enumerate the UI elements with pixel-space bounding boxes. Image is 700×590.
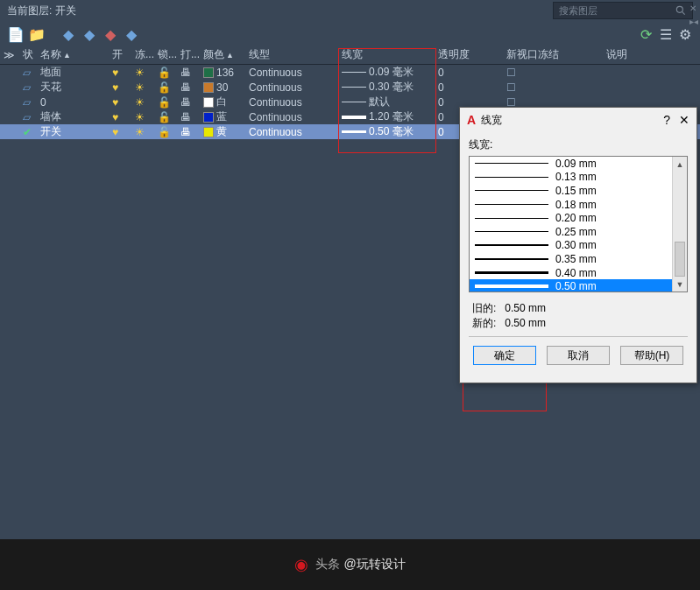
layer-linetype[interactable]: Continuous: [245, 126, 338, 138]
lock-icon[interactable]: 🔓: [158, 96, 171, 109]
bulb-on-icon[interactable]: ♥: [112, 96, 118, 109]
header-on[interactable]: 开: [109, 47, 131, 62]
plot-icon[interactable]: 🖶: [180, 96, 191, 109]
header-newvp[interactable]: 新视口冻结: [503, 47, 566, 62]
scroll-thumb[interactable]: [675, 242, 685, 277]
layer-row[interactable]: ▱天花♥☀🔓🖶30Continuous0.30 毫米0☐: [0, 80, 700, 95]
layer-color[interactable]: 136: [200, 67, 245, 79]
header-plot[interactable]: 打...: [177, 47, 200, 62]
set-current-button[interactable]: ◆: [126, 26, 140, 40]
lineweight-option[interactable]: 0.35 mm: [470, 252, 672, 266]
new-layer-button[interactable]: ◆: [63, 26, 77, 40]
scroll-up-icon[interactable]: ▲: [673, 157, 687, 172]
header-status[interactable]: 状: [19, 47, 37, 62]
lineweight-option[interactable]: 0.09 mm: [470, 157, 672, 171]
current-layer-prefix: 当前图层:: [7, 4, 52, 18]
layer-linetype[interactable]: Continuous: [245, 67, 338, 79]
header-linetype[interactable]: 线型: [245, 47, 338, 62]
settings-icon[interactable]: ⚙: [679, 26, 693, 40]
layer-linetype[interactable]: Continuous: [245, 111, 338, 123]
lineweight-option[interactable]: 0.18 mm: [470, 198, 672, 212]
cancel-button[interactable]: 取消: [547, 346, 610, 365]
delete-layer-button[interactable]: ◆: [105, 26, 119, 40]
layer-transparency[interactable]: 0: [435, 81, 503, 94]
header-freeze[interactable]: 冻...: [131, 47, 154, 62]
lineweight-option[interactable]: 0.25 mm: [470, 225, 672, 239]
header-name[interactable]: 名称▲: [37, 47, 109, 62]
collapse-panel-icon[interactable]: ▸◂: [689, 17, 698, 26]
layer-lineweight[interactable]: 默认: [338, 95, 435, 109]
sun-icon[interactable]: ☀: [135, 67, 145, 79]
sun-icon[interactable]: ☀: [135, 111, 145, 123]
layer-color[interactable]: 白: [200, 95, 245, 109]
header-lock[interactable]: 锁...: [154, 47, 177, 62]
new-layer-icon[interactable]: 📄: [7, 26, 21, 40]
footer: ◉ 头条 @玩转设计: [0, 539, 700, 590]
layer-color[interactable]: 30: [200, 81, 245, 94]
layer-color[interactable]: 蓝: [200, 109, 245, 124]
vp-freeze-icon[interactable]: ☐: [506, 81, 516, 94]
expand-toggle[interactable]: ≫: [0, 49, 19, 61]
new-label: 新的:: [472, 317, 496, 329]
bulb-on-icon[interactable]: ♥: [112, 111, 118, 123]
layer-icon: ▱: [23, 111, 31, 123]
lock-icon[interactable]: 🔓: [158, 126, 171, 138]
lineweight-listbox[interactable]: 0.09 mm0.13 mm0.15 mm0.18 mm0.20 mm0.25 …: [469, 156, 688, 292]
lineweight-option[interactable]: 0.40 mm: [470, 266, 672, 280]
bulb-on-icon[interactable]: ♥: [112, 67, 118, 79]
layer-lineweight[interactable]: 0.30 毫米: [338, 80, 435, 95]
layer-color[interactable]: 黄: [200, 124, 245, 139]
search-input[interactable]: 搜索图层: [553, 2, 693, 19]
header-transparency[interactable]: 透明度: [435, 47, 503, 62]
refresh-icon[interactable]: ⟳: [640, 26, 654, 40]
layer-states-icon[interactable]: 📁: [28, 26, 42, 40]
toggle-icon[interactable]: ☰: [660, 26, 674, 40]
header-lineweight[interactable]: 线宽: [338, 47, 435, 62]
plot-icon[interactable]: 🖶: [180, 81, 191, 94]
lineweight-option[interactable]: 0.50 mm: [470, 279, 672, 291]
sort-arrow-icon: ▲: [226, 51, 234, 60]
scrollbar[interactable]: ▲ ▼: [672, 157, 687, 291]
lineweight-option[interactable]: 0.15 mm: [470, 184, 672, 198]
freeze-layer-button[interactable]: ◆: [84, 26, 98, 40]
layer-name: 地面: [37, 65, 109, 80]
plot-icon[interactable]: 🖶: [180, 67, 191, 79]
layer-lineweight[interactable]: 1.20 毫米: [338, 109, 435, 124]
lineweight-option[interactable]: 0.30 mm: [470, 239, 672, 253]
column-headers: ≫ 状 名称▲ 开 冻... 锁... 打... 颜色▲ 线型 线宽 透明度 新…: [0, 46, 700, 65]
layer-name: 墙体: [37, 109, 109, 124]
lock-icon[interactable]: 🔓: [158, 111, 171, 123]
old-value: 0.50 mm: [505, 302, 546, 314]
help-icon[interactable]: ?: [663, 113, 670, 127]
sun-icon[interactable]: ☀: [135, 96, 145, 109]
layer-linetype[interactable]: Continuous: [245, 81, 338, 94]
ok-button[interactable]: 确定: [473, 346, 536, 365]
toolbar: 📄 📁 ◆ ◆ ◆ ◆ ⟳ ☰ ⚙: [0, 21, 700, 46]
close-panel-icon[interactable]: ✕: [689, 4, 698, 13]
lineweight-option[interactable]: 0.20 mm: [470, 211, 672, 225]
search-icon: [675, 4, 687, 17]
header-desc[interactable]: 说明: [603, 47, 647, 62]
help-button[interactable]: 帮助(H): [620, 346, 683, 365]
sun-icon[interactable]: ☀: [135, 126, 145, 138]
vp-freeze-icon[interactable]: ☐: [506, 67, 516, 79]
scroll-down-icon[interactable]: ▼: [673, 277, 687, 291]
layer-transparency[interactable]: 0: [435, 67, 503, 79]
layer-lineweight[interactable]: 0.09 毫米: [338, 65, 435, 80]
bulb-on-icon[interactable]: ♥: [112, 81, 118, 94]
layer-row[interactable]: ▱地面♥☀🔓🖶136Continuous0.09 毫米0☐: [0, 65, 700, 80]
plot-icon[interactable]: 🖶: [180, 111, 191, 123]
lineweight-option[interactable]: 0.13 mm: [470, 171, 672, 185]
close-icon[interactable]: ✕: [679, 113, 689, 127]
layer-linetype[interactable]: Continuous: [245, 96, 338, 109]
autocad-logo-icon: A: [467, 113, 476, 127]
bulb-on-icon[interactable]: ♥: [112, 126, 118, 138]
layer-lineweight[interactable]: 0.50 毫米: [338, 124, 435, 139]
footer-prefix: 头条: [315, 557, 340, 572]
sun-icon[interactable]: ☀: [135, 81, 145, 94]
lock-icon[interactable]: 🔓: [158, 67, 171, 79]
current-layer-icon: ✔: [23, 126, 32, 138]
header-color[interactable]: 颜色▲: [200, 47, 245, 62]
plot-icon[interactable]: 🖶: [180, 126, 191, 138]
lock-icon[interactable]: 🔓: [158, 81, 171, 94]
